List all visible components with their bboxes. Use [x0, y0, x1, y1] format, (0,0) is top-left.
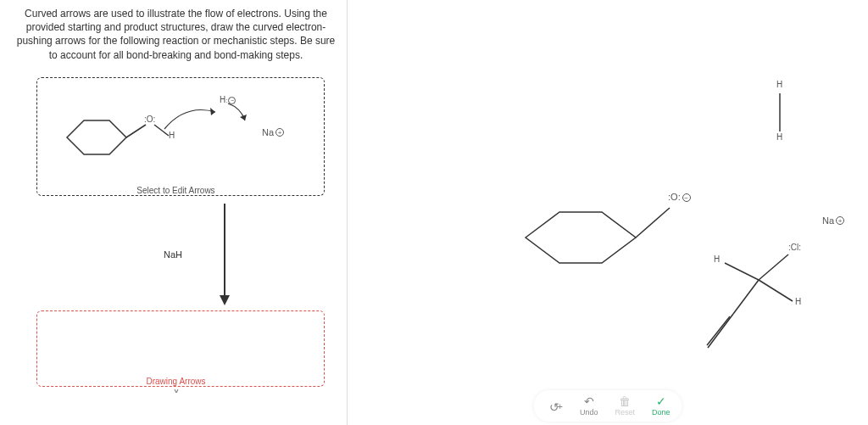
svg-line-12 [759, 280, 793, 301]
undo-button[interactable]: ↶ Undo [575, 394, 604, 418]
reaction-arrow: NaH [113, 204, 337, 305]
label-o-anion: :O:− [668, 192, 691, 202]
step2-box[interactable] [36, 310, 325, 387]
reset-button[interactable]: 🗑 Reset [609, 394, 640, 418]
check-icon: ✓ [656, 395, 666, 407]
reagent-label: NaH [164, 249, 182, 260]
svg-line-15 [707, 316, 730, 345]
add-button[interactable]: ↺ + [541, 400, 568, 413]
svg-line-1 [126, 125, 146, 137]
label-na-cation-right: Na+ [822, 215, 844, 226]
undo-icon: ↶ [584, 395, 594, 407]
svg-marker-0 [67, 120, 126, 154]
label-na-cation-left: Na+ [262, 127, 284, 137]
canvas-structures [348, 0, 868, 425]
label-cl: :Cl: [788, 243, 801, 252]
label-h-anion: H:− [220, 95, 236, 104]
label-small-h: H [169, 131, 175, 140]
done-button[interactable]: ✓ Done [647, 394, 676, 418]
svg-text::O:: :O: [144, 115, 155, 124]
svg-line-14 [708, 314, 733, 348]
plus-icon: + [558, 402, 563, 411]
svg-marker-8 [526, 212, 636, 263]
canvas-toolbar: ↺ + ↶ Undo 🗑 Reset ✓ Done [534, 390, 682, 422]
left-panel: Curved arrows are used to illustrate the… [0, 0, 348, 425]
step1-structure: :O: [37, 78, 326, 197]
question-prompt: Curved arrows are used to illustrate the… [15, 7, 337, 62]
label-h-top2: H [776, 132, 782, 142]
svg-line-9 [636, 208, 670, 238]
label-h-left: H [714, 254, 720, 264]
svg-line-10 [759, 254, 788, 280]
svg-line-13 [733, 280, 759, 314]
chevron-down-icon[interactable]: ˅ [168, 388, 185, 404]
svg-marker-4 [210, 108, 215, 115]
step1-box[interactable]: :O: H H:− Na+ [36, 77, 325, 196]
drawing-canvas[interactable]: :O:− Na+ H H H H :Cl: ↺ + ↶ Undo 🗑 Reset… [348, 0, 868, 425]
svg-marker-7 [220, 295, 230, 305]
label-h-right: H [795, 297, 801, 306]
label-h-top1: H [776, 80, 782, 89]
trash-icon: 🗑 [619, 395, 631, 407]
svg-line-11 [725, 263, 759, 280]
